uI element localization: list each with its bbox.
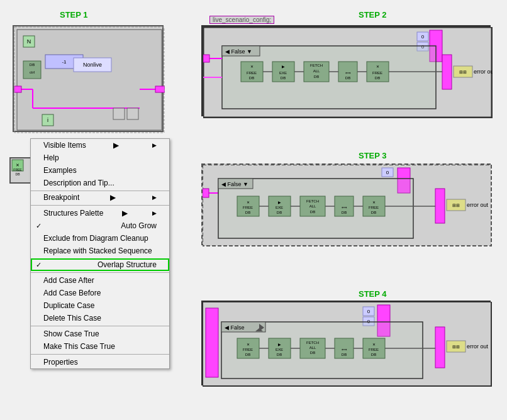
step4-label: STEP 4 xyxy=(359,289,387,299)
svg-text:ctrl: ctrl xyxy=(30,70,35,74)
menu-item-show-case-true[interactable]: Show Case True xyxy=(31,328,169,340)
menu-item-overlap-structure[interactable]: Overlap Structure xyxy=(31,258,169,271)
svg-text:DB: DB xyxy=(281,76,286,80)
menu-item-help[interactable]: Help xyxy=(31,152,169,164)
svg-rect-16 xyxy=(155,86,165,92)
menu-item-add-case-after[interactable]: Add Case After xyxy=(31,274,169,287)
svg-text:0: 0 xyxy=(367,309,370,314)
step1-svg: N -1 DB ctrl Nonlive i xyxy=(14,26,165,133)
menu-item-exclude-cleanup[interactable]: Exclude from Diagram Cleanup xyxy=(31,232,169,245)
svg-rect-53 xyxy=(442,55,452,89)
svg-text:▶: ▶ xyxy=(278,343,281,346)
svg-text:⟺: ⟺ xyxy=(342,206,347,209)
step3-diagram: 0 ◀ False ▼ ✕ FREE DB ▶ EXE DB FETCH ALL… xyxy=(201,163,491,245)
svg-text:FREE: FREE xyxy=(243,348,253,351)
menu-item-examples[interactable]: Examples xyxy=(31,164,169,177)
menu-item-make-case-true[interactable]: Make This Case True xyxy=(31,340,169,353)
svg-text:⊞⊞: ⊞⊞ xyxy=(452,203,460,207)
menu-item-structures-palette[interactable]: Structures Palette ▶ xyxy=(31,207,169,219)
step4-diagram: 0 0 ◀ False ✕ FREE DB ▶ EXE DB FETCH ALL… xyxy=(201,301,491,385)
menu-item-replace-stacked[interactable]: Replace with Stacked Sequence xyxy=(31,245,169,257)
svg-text:✕: ✕ xyxy=(247,201,250,204)
svg-text:DB: DB xyxy=(30,63,35,67)
separator-2 xyxy=(31,272,169,273)
svg-text:DB: DB xyxy=(314,75,319,79)
menu-item-visible-items[interactable]: Visible Items ▶ xyxy=(31,139,169,152)
svg-text:i: i xyxy=(47,117,48,123)
svg-text:-1: -1 xyxy=(62,59,67,65)
step2-diagram: live_scenario_config; 0 0 ◀ False ▼ ✕ FR… xyxy=(201,25,491,116)
svg-text:DB: DB xyxy=(245,353,250,356)
svg-rect-18 xyxy=(127,108,138,119)
svg-text:DB: DB xyxy=(249,76,254,80)
svg-text:⊞⊞: ⊞⊞ xyxy=(459,70,467,74)
svg-text:✕: ✕ xyxy=(376,65,379,69)
svg-text:N: N xyxy=(27,38,31,45)
svg-text:DB: DB xyxy=(310,210,315,214)
svg-text:▶: ▶ xyxy=(278,201,281,204)
menu-item-auto-grow[interactable]: Auto Grow xyxy=(31,219,169,232)
svg-text:DB: DB xyxy=(277,353,282,356)
step4-svg: 0 0 ◀ False ✕ FREE DB ▶ EXE DB FETCH ALL… xyxy=(203,302,492,387)
svg-text:⟺: ⟺ xyxy=(342,348,347,351)
svg-text:◀ False ▼: ◀ False ▼ xyxy=(225,48,252,55)
svg-rect-100 xyxy=(206,308,218,377)
svg-text:✕: ✕ xyxy=(372,343,376,346)
menu-item-description[interactable]: Description and Tip... xyxy=(31,177,169,189)
separator-3 xyxy=(31,326,169,326)
svg-text:DB: DB xyxy=(16,172,21,176)
svg-text:FREE: FREE xyxy=(369,206,379,209)
menu-item-delete-case[interactable]: Delete This Case xyxy=(31,312,169,324)
svg-text:◀ False: ◀ False xyxy=(225,324,245,331)
svg-rect-33 xyxy=(203,55,209,62)
step3-label: STEP 3 xyxy=(359,151,387,160)
step1-label: STEP 1 xyxy=(60,10,88,19)
svg-text:ALL: ALL xyxy=(309,346,316,350)
svg-text:DB: DB xyxy=(310,351,315,355)
svg-text:FREE: FREE xyxy=(247,71,257,75)
svg-text:✕: ✕ xyxy=(372,201,376,204)
svg-text:ALL: ALL xyxy=(309,204,316,208)
svg-text:DB: DB xyxy=(342,353,347,356)
svg-text:0: 0 xyxy=(386,170,389,175)
svg-text:DB: DB xyxy=(277,211,282,214)
svg-text:EXE: EXE xyxy=(279,71,287,75)
svg-text:FETCH: FETCH xyxy=(310,64,323,67)
arrow-icon: ▶ xyxy=(122,209,128,218)
separator-4 xyxy=(31,354,169,355)
svg-text:EXE: EXE xyxy=(276,348,283,351)
svg-text:0: 0 xyxy=(421,34,425,40)
svg-rect-17 xyxy=(113,108,125,119)
svg-text:DB: DB xyxy=(345,76,350,80)
svg-text:DB: DB xyxy=(371,353,376,356)
menu-item-properties[interactable]: Properties xyxy=(31,356,169,368)
svg-text:FREE: FREE xyxy=(13,168,22,172)
svg-text:⟺: ⟺ xyxy=(345,71,351,75)
svg-rect-130 xyxy=(435,327,445,368)
menu-item-duplicate-case[interactable]: Duplicate Case xyxy=(31,299,169,312)
svg-text:⊞⊞: ⊞⊞ xyxy=(452,345,460,349)
arrow-icon: ▶ xyxy=(110,193,116,202)
svg-text:FREE: FREE xyxy=(369,348,379,351)
svg-rect-15 xyxy=(14,86,21,92)
svg-text:◀ False ▼: ◀ False ▼ xyxy=(221,181,248,187)
svg-text:✕: ✕ xyxy=(16,163,20,167)
svg-text:FREE: FREE xyxy=(243,206,253,209)
step1-diagram: N -1 DB ctrl Nonlive i xyxy=(13,25,164,132)
svg-text:Nonlive: Nonlive xyxy=(83,62,102,68)
svg-text:FETCH: FETCH xyxy=(306,341,319,345)
svg-text:DB: DB xyxy=(375,76,380,80)
step3-svg: 0 ◀ False ▼ ✕ FREE DB ▶ EXE DB FETCH ALL… xyxy=(203,165,492,246)
svg-text:DB: DB xyxy=(371,211,376,214)
step2-label: STEP 2 xyxy=(359,10,387,19)
svg-text:✕: ✕ xyxy=(250,65,254,69)
svg-text:FREE: FREE xyxy=(372,71,382,75)
svg-text:▶: ▶ xyxy=(282,65,285,69)
svg-rect-0 xyxy=(17,30,162,130)
svg-text:DB: DB xyxy=(342,211,347,214)
arrow-icon: ▶ xyxy=(113,141,119,150)
menu-item-breakpoint[interactable]: Breakpoint ▶ xyxy=(31,191,169,204)
separator-1 xyxy=(31,205,169,206)
menu-item-add-case-before[interactable]: Add Case Before xyxy=(31,287,169,299)
svg-text:✕: ✕ xyxy=(247,343,250,346)
